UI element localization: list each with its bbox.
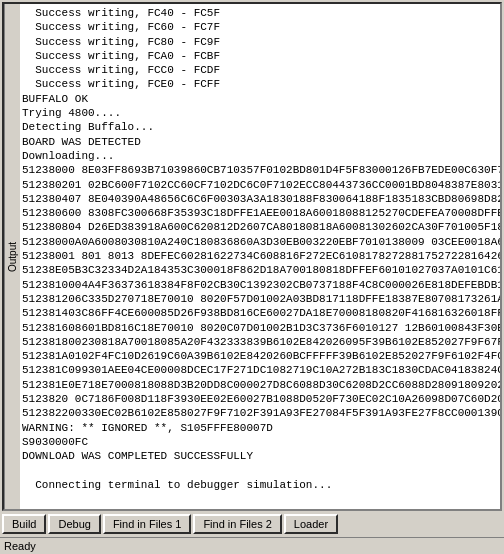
window-chrome: Output Success writing, FC40 - FC5F Succ… bbox=[0, 0, 504, 554]
find-in-files-2-button[interactable]: Find in Files 2 bbox=[193, 514, 281, 534]
find-in-files-1-button[interactable]: Find in Files 1 bbox=[103, 514, 191, 534]
build-button[interactable]: Build bbox=[2, 514, 46, 534]
toolbar: BuildDebugFind in Files 1Find in Files 2… bbox=[0, 511, 504, 537]
output-text-area: Success writing, FC40 - FC5F Success wri… bbox=[20, 4, 500, 509]
loader-button[interactable]: Loader bbox=[284, 514, 338, 534]
debug-button[interactable]: Debug bbox=[48, 514, 100, 534]
status-text: Ready bbox=[4, 540, 36, 552]
status-bar: Ready bbox=[0, 537, 504, 554]
output-side-label: Output bbox=[4, 4, 20, 509]
